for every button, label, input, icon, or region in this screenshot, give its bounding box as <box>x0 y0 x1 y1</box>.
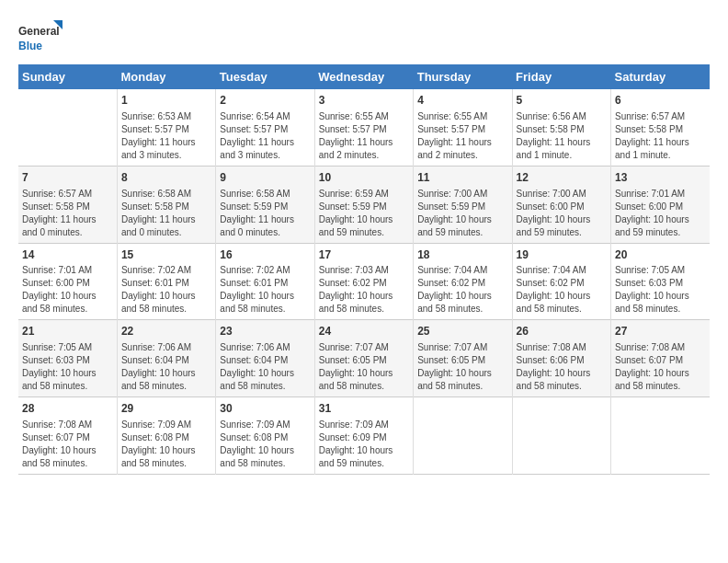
logo: General Blue <box>18 18 64 55</box>
cell-content: Sunrise: 7:07 AMSunset: 6:05 PMDaylight:… <box>319 341 409 393</box>
calendar-cell: 23Sunrise: 7:06 AMSunset: 6:04 PMDayligh… <box>216 320 314 397</box>
cell-content: Sunrise: 7:06 AMSunset: 6:04 PMDaylight:… <box>220 341 310 393</box>
day-number: 16 <box>220 247 310 263</box>
day-number: 31 <box>319 401 409 417</box>
calendar-cell: 6Sunrise: 6:57 AMSunset: 5:58 PMDaylight… <box>611 89 710 166</box>
day-number: 1 <box>121 93 211 109</box>
day-number: 30 <box>220 401 310 417</box>
cell-content: Sunrise: 6:58 AMSunset: 5:58 PMDaylight:… <box>121 188 211 239</box>
day-number: 20 <box>615 247 706 263</box>
calendar-cell: 19Sunrise: 7:04 AMSunset: 6:02 PMDayligh… <box>512 243 610 320</box>
header-thursday: Thursday <box>414 64 512 89</box>
header-saturday: Saturday <box>611 64 710 89</box>
day-number: 23 <box>220 324 310 339</box>
calendar-cell: 11Sunrise: 7:00 AMSunset: 5:59 PMDayligh… <box>414 166 512 243</box>
calendar-cell: 7Sunrise: 6:57 AMSunset: 5:58 PMDaylight… <box>18 166 117 243</box>
day-number: 14 <box>22 247 113 263</box>
cell-content: Sunrise: 6:56 AMSunset: 5:58 PMDaylight:… <box>517 110 607 162</box>
header-row: SundayMondayTuesdayWednesdayThursdayFrid… <box>18 64 710 89</box>
day-number: 26 <box>517 324 607 339</box>
week-row-2: 7Sunrise: 6:57 AMSunset: 5:58 PMDaylight… <box>18 166 710 243</box>
cell-content: Sunrise: 7:08 AMSunset: 6:06 PMDaylight:… <box>517 341 607 393</box>
day-number: 12 <box>517 170 607 186</box>
day-number: 4 <box>417 93 507 109</box>
cell-content: Sunrise: 7:05 AMSunset: 6:03 PMDaylight:… <box>22 341 113 393</box>
header-wednesday: Wednesday <box>314 64 413 89</box>
calendar-table: SundayMondayTuesdayWednesdayThursdayFrid… <box>18 64 710 475</box>
calendar-cell: 2Sunrise: 6:54 AMSunset: 5:57 PMDaylight… <box>216 89 314 166</box>
calendar-cell: 26Sunrise: 7:08 AMSunset: 6:06 PMDayligh… <box>512 320 610 397</box>
day-number: 5 <box>517 93 607 109</box>
cell-content: Sunrise: 7:08 AMSunset: 6:07 PMDaylight:… <box>22 419 113 470</box>
week-row-5: 28Sunrise: 7:08 AMSunset: 6:07 PMDayligh… <box>18 397 710 475</box>
cell-content: Sunrise: 7:03 AMSunset: 6:02 PMDaylight:… <box>319 264 409 316</box>
calendar-cell: 31Sunrise: 7:09 AMSunset: 6:09 PMDayligh… <box>314 397 413 475</box>
day-number: 29 <box>121 401 211 417</box>
calendar-cell <box>18 89 117 166</box>
week-row-1: 1Sunrise: 6:53 AMSunset: 5:57 PMDaylight… <box>18 89 710 166</box>
cell-content: Sunrise: 7:02 AMSunset: 6:01 PMDaylight:… <box>121 264 211 316</box>
cell-content: Sunrise: 6:55 AMSunset: 5:57 PMDaylight:… <box>319 110 409 162</box>
calendar-cell: 20Sunrise: 7:05 AMSunset: 6:03 PMDayligh… <box>611 243 710 320</box>
cell-content: Sunrise: 7:00 AMSunset: 6:00 PMDaylight:… <box>517 188 607 239</box>
cell-content: Sunrise: 7:07 AMSunset: 6:05 PMDaylight:… <box>417 341 507 393</box>
week-row-4: 21Sunrise: 7:05 AMSunset: 6:03 PMDayligh… <box>18 320 710 397</box>
cell-content: Sunrise: 7:02 AMSunset: 6:01 PMDaylight:… <box>220 264 310 316</box>
day-number: 28 <box>22 401 113 417</box>
day-number: 21 <box>22 324 113 339</box>
calendar-cell: 17Sunrise: 7:03 AMSunset: 6:02 PMDayligh… <box>314 243 413 320</box>
calendar-cell: 24Sunrise: 7:07 AMSunset: 6:05 PMDayligh… <box>314 320 413 397</box>
day-number: 15 <box>121 247 211 263</box>
calendar-cell: 1Sunrise: 6:53 AMSunset: 5:57 PMDaylight… <box>117 89 215 166</box>
calendar-cell: 12Sunrise: 7:00 AMSunset: 6:00 PMDayligh… <box>512 166 610 243</box>
day-number: 17 <box>319 247 409 263</box>
header-friday: Friday <box>512 64 610 89</box>
day-number: 11 <box>417 170 507 186</box>
calendar-cell: 15Sunrise: 7:02 AMSunset: 6:01 PMDayligh… <box>117 243 215 320</box>
cell-content: Sunrise: 7:01 AMSunset: 6:00 PMDaylight:… <box>615 188 706 239</box>
day-number: 7 <box>22 170 113 186</box>
day-number: 19 <box>517 247 607 263</box>
day-number: 10 <box>319 170 409 186</box>
day-number: 13 <box>615 170 706 186</box>
calendar-cell: 29Sunrise: 7:09 AMSunset: 6:08 PMDayligh… <box>117 397 215 475</box>
cell-content: Sunrise: 7:09 AMSunset: 6:08 PMDaylight:… <box>220 419 310 470</box>
calendar-cell: 14Sunrise: 7:01 AMSunset: 6:00 PMDayligh… <box>18 243 117 320</box>
cell-content: Sunrise: 7:04 AMSunset: 6:02 PMDaylight:… <box>517 264 607 316</box>
cell-content: Sunrise: 6:59 AMSunset: 5:59 PMDaylight:… <box>319 188 409 239</box>
cell-content: Sunrise: 6:54 AMSunset: 5:57 PMDaylight:… <box>220 110 310 162</box>
calendar-cell: 10Sunrise: 6:59 AMSunset: 5:59 PMDayligh… <box>314 166 413 243</box>
cell-content: Sunrise: 6:53 AMSunset: 5:57 PMDaylight:… <box>121 110 211 162</box>
day-number: 25 <box>417 324 507 339</box>
calendar-cell: 25Sunrise: 7:07 AMSunset: 6:05 PMDayligh… <box>414 320 512 397</box>
header-monday: Monday <box>117 64 215 89</box>
cell-content: Sunrise: 6:55 AMSunset: 5:57 PMDaylight:… <box>417 110 507 162</box>
calendar-cell: 9Sunrise: 6:58 AMSunset: 5:59 PMDaylight… <box>216 166 314 243</box>
day-number: 22 <box>121 324 211 339</box>
cell-content: Sunrise: 7:04 AMSunset: 6:02 PMDaylight:… <box>417 264 507 316</box>
logo-svg: General Blue <box>18 18 64 55</box>
cell-content: Sunrise: 7:09 AMSunset: 6:08 PMDaylight:… <box>121 419 211 470</box>
cell-content: Sunrise: 7:01 AMSunset: 6:00 PMDaylight:… <box>22 264 113 316</box>
cell-content: Sunrise: 7:06 AMSunset: 6:04 PMDaylight:… <box>121 341 211 393</box>
day-number: 27 <box>615 324 706 339</box>
day-number: 6 <box>615 93 706 109</box>
calendar-cell: 8Sunrise: 6:58 AMSunset: 5:58 PMDaylight… <box>117 166 215 243</box>
calendar-cell: 13Sunrise: 7:01 AMSunset: 6:00 PMDayligh… <box>611 166 710 243</box>
calendar-cell <box>414 397 512 475</box>
calendar-cell <box>611 397 710 475</box>
cell-content: Sunrise: 7:05 AMSunset: 6:03 PMDaylight:… <box>615 264 706 316</box>
calendar-cell: 22Sunrise: 7:06 AMSunset: 6:04 PMDayligh… <box>117 320 215 397</box>
calendar-cell: 16Sunrise: 7:02 AMSunset: 6:01 PMDayligh… <box>216 243 314 320</box>
cell-content: Sunrise: 7:09 AMSunset: 6:09 PMDaylight:… <box>319 419 409 470</box>
calendar-cell: 27Sunrise: 7:08 AMSunset: 6:07 PMDayligh… <box>611 320 710 397</box>
svg-text:Blue: Blue <box>18 40 42 52</box>
calendar-cell: 4Sunrise: 6:55 AMSunset: 5:57 PMDaylight… <box>414 89 512 166</box>
cell-content: Sunrise: 7:08 AMSunset: 6:07 PMDaylight:… <box>615 341 706 393</box>
calendar-cell: 5Sunrise: 6:56 AMSunset: 5:58 PMDaylight… <box>512 89 610 166</box>
calendar-cell <box>512 397 610 475</box>
day-number: 8 <box>121 170 211 186</box>
cell-content: Sunrise: 6:58 AMSunset: 5:59 PMDaylight:… <box>220 188 310 239</box>
cell-content: Sunrise: 6:57 AMSunset: 5:58 PMDaylight:… <box>615 110 706 162</box>
calendar-cell: 21Sunrise: 7:05 AMSunset: 6:03 PMDayligh… <box>18 320 117 397</box>
